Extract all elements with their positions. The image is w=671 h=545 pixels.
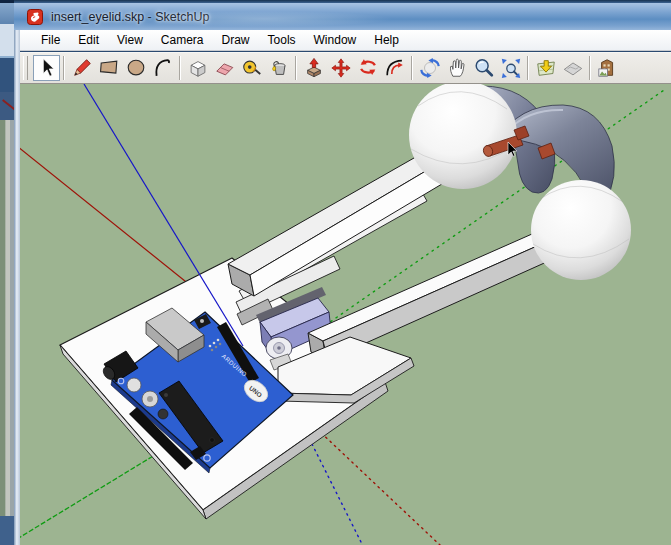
- orbit-icon: [419, 57, 441, 79]
- arc-tool-button[interactable]: [149, 55, 176, 81]
- rectangle-icon: [98, 57, 120, 79]
- line-tool-button[interactable]: [68, 55, 95, 81]
- toggle-terrain-tool-button[interactable]: [559, 55, 586, 81]
- getting-started-toolbar: [20, 52, 671, 84]
- background-sketchup-viewport-fragment: [0, 120, 14, 516]
- background-window-fragment: [0, 58, 14, 92]
- menu-view[interactable]: View: [108, 31, 152, 49]
- push-pull-icon: [303, 57, 325, 79]
- menu-draw[interactable]: Draw: [213, 31, 259, 49]
- servo-horn-screw: [277, 346, 281, 350]
- menu-window[interactable]: Window: [305, 31, 366, 49]
- tape-measure-tool-button[interactable]: [238, 55, 265, 81]
- toolbar-separator: [411, 56, 413, 80]
- toolbar-separator: [527, 56, 529, 80]
- eraser-icon: [214, 57, 236, 79]
- toolbar-separator: [589, 56, 591, 80]
- orbit-tool-button[interactable]: [416, 55, 443, 81]
- paint-bucket-icon: [268, 57, 290, 79]
- background-sketchup-window-fragment: [0, 92, 14, 120]
- get-current-view-icon: [535, 57, 557, 79]
- background-windows-strip: [0, 0, 14, 545]
- menu-tools[interactable]: Tools: [259, 31, 305, 49]
- offset-tool-button[interactable]: [381, 55, 408, 81]
- screen: insert_eyelid.skp - SketchUp File Edit V…: [0, 0, 671, 545]
- sketchup-logo-icon: [27, 9, 43, 25]
- paint-bucket-tool-button[interactable]: [265, 55, 292, 81]
- background-window-fragment: [0, 24, 14, 58]
- crystal: [158, 409, 168, 419]
- eyeball-sphere-top: [409, 84, 517, 189]
- chip-notch: [164, 393, 168, 397]
- desktop-fragment: [0, 516, 14, 545]
- pan-hand-icon: [446, 57, 468, 79]
- zoom-extents-tool-button[interactable]: [497, 55, 524, 81]
- circle-tool-button[interactable]: [122, 55, 149, 81]
- background-window-titlebar-fragment: [0, 3, 14, 24]
- make-component-tool-button[interactable]: [184, 55, 211, 81]
- menu-edit[interactable]: Edit: [69, 31, 108, 49]
- aero-glass-highlight: [134, 11, 394, 27]
- move-arrows-icon: [330, 57, 352, 79]
- pan-tool-button[interactable]: [443, 55, 470, 81]
- arc-icon: [152, 57, 174, 79]
- offset-icon: [384, 57, 406, 79]
- rectangle-tool-button[interactable]: [95, 55, 122, 81]
- zoom-magnifier-icon: [473, 57, 495, 79]
- move-tool-button[interactable]: [327, 55, 354, 81]
- rotate-tool-button[interactable]: [354, 55, 381, 81]
- menu-help[interactable]: Help: [365, 31, 408, 49]
- chip-dot: [210, 438, 215, 443]
- toolbar-grip[interactable]: [23, 56, 28, 80]
- tape-measure-icon: [241, 57, 263, 79]
- photo-textures-tool-button[interactable]: [594, 55, 621, 81]
- sketchup-window: insert_eyelid.skp - SketchUp File Edit V…: [14, 0, 671, 545]
- menu-file[interactable]: File: [32, 31, 69, 49]
- capacitor: [127, 378, 141, 392]
- model-scene: UNO ARDUINO: [20, 84, 671, 545]
- photo-textures-icon: [597, 57, 619, 79]
- get-current-view-tool-button[interactable]: [532, 55, 559, 81]
- capacitor-top: [147, 396, 153, 402]
- push-pull-tool-button[interactable]: [300, 55, 327, 81]
- toolbar-separator: [63, 56, 65, 80]
- select-tool-button[interactable]: [33, 55, 60, 81]
- eraser-tool-button[interactable]: [211, 55, 238, 81]
- select-arrow-icon: [36, 57, 58, 79]
- menu-bar: File Edit View Camera Draw Tools Window …: [20, 30, 671, 51]
- mounting-hole: [118, 378, 124, 384]
- toolbar-separator: [179, 56, 181, 80]
- titlebar[interactable]: insert_eyelid.skp - SketchUp: [14, 3, 671, 30]
- zoom-extents-icon: [500, 57, 522, 79]
- circle-icon: [125, 57, 147, 79]
- zoom-tool-button[interactable]: [470, 55, 497, 81]
- menu-camera[interactable]: Camera: [152, 31, 213, 49]
- component-box-icon: [187, 57, 209, 79]
- viewport-3d[interactable]: UNO ARDUINO: [20, 84, 671, 545]
- toolbar-separator: [295, 56, 297, 80]
- pencil-icon: [71, 57, 93, 79]
- reset-button-cap: [200, 319, 204, 323]
- toggle-terrain-icon: [562, 57, 584, 79]
- mounting-hole: [204, 455, 210, 461]
- rotate-arrows-icon: [357, 57, 379, 79]
